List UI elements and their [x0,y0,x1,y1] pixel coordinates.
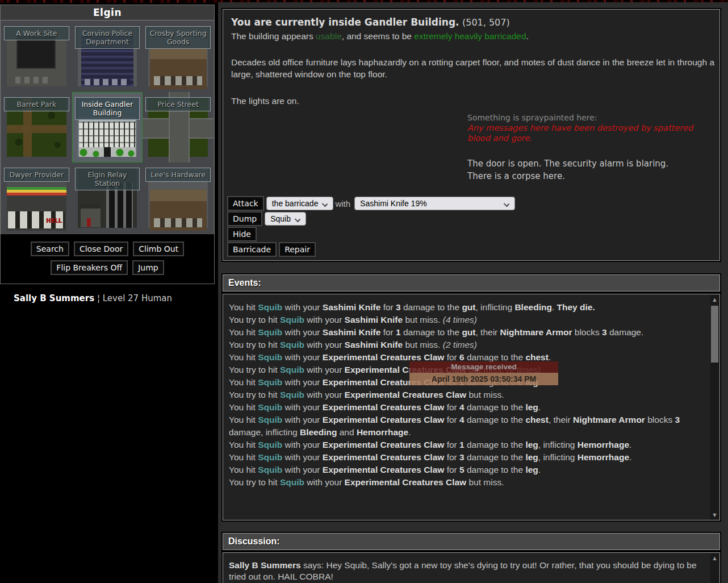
discussion-header: Discussion: [223,533,720,550]
attack-weapon-value: Sashimi Knife 19% [360,199,427,208]
map-tile-art [15,77,49,83]
event-line: You hit Squib with your Experimental Cre… [229,464,700,476]
barricade-status: extremely heavily barricaded [414,31,526,41]
map-cell-label: Crosby Sporting Goods [145,26,211,49]
map-tile-graffiti: HELL [46,218,62,224]
event-line: You try to hit Squib with your Experimen… [229,389,700,401]
discussion-lines: Sally B Summers says: Hey Squib, Sally's… [229,560,700,583]
repair-button[interactable]: Repair [279,242,316,257]
corpse-status: There is a corpse here. [467,170,708,182]
event-line: You hit Squib with your Sashimi Knife fo… [229,326,700,339]
chat-line: Sally B Summers says: Hey Squib, Sally's… [229,560,700,582]
map-cell-label: Elgin Relay Station [75,168,140,190]
map-tile-art [154,76,202,85]
tooltip-title: Message received [409,361,558,373]
map-title: Elgin [1,5,214,20]
tooltip-timestamp: April 19th 2025 03:50:34 PM [409,373,558,385]
jump-button[interactable]: Jump [132,260,164,275]
map-tile-art [154,218,202,227]
event-line: You hit Squib with your Sashimi Knife fo… [229,301,700,314]
events-lines: You hit Squib with your Sashimi Knife fo… [229,301,700,489]
lights-status: The lights are on. [231,96,712,106]
discussion-log[interactable]: Sally B Summers says: Hey Squib, Sally's… [223,552,720,583]
message-tooltip: Message received April 19th 2025 03:50:3… [409,361,558,385]
map-cell-lee-s-hardware[interactable]: Lee's Hardware [143,163,214,234]
map-cell-label: Barret Park [4,97,69,111]
map-button-row-1: SearchClose DoorClimb Out [3,241,212,256]
map-cell-elgin-relay-station[interactable]: Elgin Relay Station [72,163,143,234]
map-cell-dwyer-provider[interactable]: HELLDwyer Provider [1,163,72,234]
flip-breakers-off-button[interactable]: Flip Breakers Off [51,260,128,275]
map-cell-a-work-site[interactable]: A Work Site [1,21,72,92]
dump-button[interactable]: Dump [227,211,262,226]
dump-target-select[interactable]: Squib [265,212,306,226]
map-tile-art [16,36,56,68]
map-button-row-2: Flip Breakers OffJump [3,260,212,275]
character-level-race: Level 27 Human [103,293,172,303]
minimap: A Work SiteCorvino Police DepartmentCros… [1,20,214,234]
dump-target-value: Squib [270,214,291,223]
events-scroll-thumb[interactable] [711,306,718,363]
location-status-panel: You are currently inside Gandler Buildin… [223,9,720,261]
location-sidebar: Elgin A Work SiteCorvino Police Departme… [0,5,215,284]
location-headline: You are currently inside Gandler Buildin… [231,16,712,28]
attack-weapon-select[interactable]: Sashimi Knife 19% [354,197,515,210]
search-button[interactable]: Search [31,241,69,256]
map-cell-price-street[interactable]: Price Street [143,92,214,163]
character-summary: Sally B Summers ¦ Level 27 Human [14,293,172,303]
building-condition-line: The building appears usable, and seems t… [231,31,712,41]
map-tile-art [87,218,91,227]
map-cell-corvino-police-department[interactable]: Corvino Police Department [72,21,143,92]
map-cell-barret-park[interactable]: Barret Park [1,92,72,163]
door-status: The door is open. The security alarm is … [467,157,708,170]
climb-out-button[interactable]: Climb Out [133,241,184,256]
condition-prefix: The building appears [231,31,316,41]
spraypaint-block: Something is spraypainted here: Any mess… [467,113,708,182]
scroll-down-icon[interactable]: ▼ [710,510,719,519]
character-name: Sally B Summers [14,293,94,303]
map-cell-label: Inside Gandler Building [75,97,140,120]
character-separator: ¦ [94,293,103,303]
attack-target-select[interactable]: the barricade [266,197,334,210]
scroll-up-icon[interactable]: ▲ [710,295,719,304]
spraypaint-message: Any messages here have been destroyed by… [467,123,708,143]
usable-status: usable [316,31,342,41]
event-line: You try to hit Squib with your Sashimi K… [229,339,700,351]
condition-mid: , and seems to be [342,31,415,41]
map-tile-art [85,79,130,85]
map-cell-inside-gandler-building[interactable]: Inside Gandler Building [72,92,143,163]
door-corpse-block: The door is open. The security alarm is … [467,157,708,182]
map-cell-label: Corvino Police Department [75,26,140,49]
location-coordinates: (501, 507) [462,17,510,28]
discussion-scrollbar[interactable]: ▲ [710,553,719,583]
event-line: You try to hit Squib with your Experimen… [229,476,700,489]
events-header: Events: [223,274,720,292]
scroll-up-icon[interactable]: ▲ [710,553,719,563]
spraypaint-label: Something is spraypainted here: [467,113,708,122]
movement-actions: SearchClose DoorClimb Out Flip Breakers … [1,234,214,284]
action-controls: Attack the barricade with Sashimi Knife … [227,196,515,257]
with-label: with [335,199,350,209]
room-description: Decades old office furniture lays haphaz… [231,56,717,80]
event-line: You hit Squib with your Experimental Cre… [229,439,700,451]
events-scrollbar[interactable]: ▲ ▼ [710,295,719,519]
event-line: You try to hit Squib with your Sashimi K… [229,314,700,326]
barricade-button[interactable]: Barricade [227,242,277,257]
hide-row: Hide [227,227,515,241]
hide-button[interactable]: Hide [227,227,257,241]
map-cell-label: A Work Site [4,26,69,40]
map-grid: A Work SiteCorvino Police DepartmentCros… [1,21,214,234]
events-log[interactable]: You hit Squib with your Sashimi Knife fo… [223,294,720,520]
map-tile-art [79,122,136,150]
dump-row: Dump Squib [227,211,515,226]
attack-button[interactable]: Attack [227,196,264,211]
event-line: You hit Squib with your Experimental Cre… [229,451,700,464]
map-cell-label: Price Street [145,97,211,111]
map-cell-label: Lee's Hardware [145,168,211,182]
map-tile-art [79,147,136,157]
attack-target-value: the barricade [272,199,319,208]
barricade-row: Barricade Repair [227,242,515,257]
close-door-button[interactable]: Close Door [74,241,128,256]
attack-row: Attack the barricade with Sashimi Knife … [227,196,515,211]
map-cell-crosby-sporting-goods[interactable]: Crosby Sporting Goods [143,21,214,92]
